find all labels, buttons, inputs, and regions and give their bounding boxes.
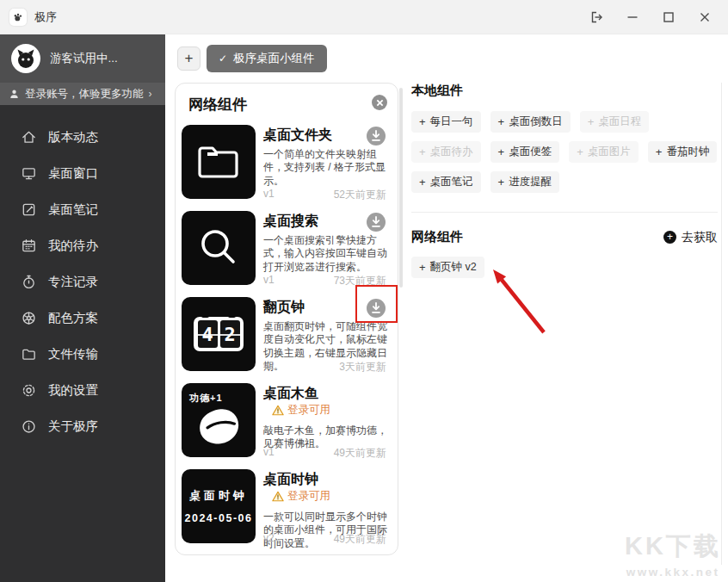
chip-daily-quote[interactable]: +每日一句 [411, 111, 481, 133]
widget-title: 翻页钟 [263, 300, 305, 314]
sidebar: 游客试用中... 登录账号，体验更多功能 › 版本动态 桌面窗口 桌面笔记 我的… [0, 34, 165, 582]
scrollbar-thumb[interactable] [399, 88, 403, 288]
site-watermark: KK下载 www.kkx.net [625, 529, 721, 579]
widget-version: v1 [263, 188, 275, 202]
network-widgets-title: 网络组件 [411, 229, 463, 245]
exit-icon[interactable] [578, 0, 614, 34]
search-widget-icon [182, 211, 256, 285]
folder-widget-icon [182, 125, 256, 199]
widget-card-flip-clock[interactable]: 4 2 翻页钟 桌面翻页时钟，可随组件宽度自动变化尺寸，鼠标左键切换主题，右键显… [182, 297, 389, 376]
widget-version: v1 [263, 446, 275, 461]
sidebar-item-desktop-window[interactable]: 桌面窗口 [0, 155, 165, 191]
folder-icon [21, 346, 37, 362]
chip-pomodoro-clock[interactable]: +番茄时钟 [648, 141, 718, 163]
widget-card-wooden-fish[interactable]: 功德+1 桌面木鱼 登录可用 敲电子木鱼，加赛博功德，见赛博佛祖。 v1 49天… [182, 383, 389, 462]
maximize-icon[interactable] [651, 0, 687, 34]
app-title: 极序 [34, 9, 57, 25]
plus-icon: + [419, 146, 426, 158]
plus-icon: + [419, 176, 426, 189]
widget-version: v1 [263, 274, 275, 288]
my-widgets-pane: 本地组件 +每日一句 +桌面倒数日 +桌面日程 +桌面待办 +桌面便签 +桌面图… [411, 83, 718, 278]
panel-close-icon[interactable] [372, 95, 387, 110]
sidebar-item-my-settings[interactable]: 我的设置 [0, 372, 165, 408]
sidebar-item-focus-records[interactable]: 专注记录 [0, 263, 165, 300]
get-more-button[interactable]: + 去获取 [663, 230, 718, 245]
sidebar-item-desktop-notes[interactable]: 桌面笔记 [0, 191, 165, 227]
widget-card-desktop-folder[interactable]: 桌面文件夹 一个简单的文件夹映射组件，支持列表 / 格子形式显示。 v1 52天… [182, 125, 389, 204]
add-tab-button[interactable]: + [177, 46, 201, 71]
sidebar-item-about[interactable]: 关于极序 [0, 408, 165, 444]
window-controls [578, 0, 723, 34]
plus-icon: + [419, 115, 426, 128]
widget-description: 一个桌面搜索引擎快捷方式，输入内容按回车键自动打开浏览器进行搜索。 [263, 234, 389, 274]
widget-updated: 49天前更新 [334, 446, 386, 461]
avatar [11, 44, 40, 73]
plus-icon: + [419, 261, 426, 274]
sidebar-item-label: 版本动态 [48, 129, 98, 146]
watermark-url: www.kkx.net [625, 566, 721, 579]
panel-title: 网络组件 [188, 96, 247, 113]
widget-version: v2 [263, 360, 275, 375]
local-widgets-title: 本地组件 [411, 83, 718, 99]
chip-desktop-todo[interactable]: +桌面待办 [411, 141, 481, 163]
download-icon[interactable] [366, 126, 386, 146]
app-logo-icon [9, 9, 27, 26]
tab-desktop-widgets[interactable]: ✓ 极序桌面小组件 [207, 45, 327, 72]
sidebar-item-label: 专注记录 [48, 274, 98, 290]
wooden-fish-widget-icon: 功德+1 [182, 383, 256, 457]
titlebar: 极序 [0, 0, 728, 34]
sidebar-item-color-schemes[interactable]: 配色方案 [0, 300, 165, 336]
widget-updated: 52天前更新 [334, 188, 386, 202]
plus-icon: + [498, 176, 505, 189]
warning-icon [272, 405, 284, 416]
sidebar-item-my-todos[interactable]: 我的待办 [0, 227, 165, 263]
widget-card-desktop-search[interactable]: 桌面搜索 一个桌面搜索引擎快捷方式，输入内容按回车键自动打开浏览器进行搜索。 v… [182, 211, 389, 290]
widget-title: 桌面文件夹 [263, 127, 332, 142]
sidebar-item-version-news[interactable]: 版本动态 [0, 119, 165, 155]
chip-progress-reminder[interactable]: +进度提醒 [490, 171, 560, 193]
sidebar-item-label: 桌面笔记 [48, 201, 98, 218]
clock-widget-icon: 桌面时钟 2024-05-06 [182, 469, 256, 543]
stopwatch-icon [21, 274, 37, 290]
login-prompt: 登录账号，体验更多功能 [25, 87, 144, 102]
widget-card-desktop-clock[interactable]: 桌面时钟 2024-05-06 桌面时钟 登录可用 一款可以同时显示多个时钟的桌… [182, 469, 389, 548]
plus-icon: + [498, 115, 505, 128]
widget-updated: 49天前更新 [334, 532, 386, 547]
network-widgets-panel: 网络组件 桌面文件夹 一个简单的文件夹映射组件，支持列表 / 格子形式显示。 [175, 83, 398, 555]
widget-updated: 3天前更新 [339, 360, 386, 375]
tab-label: 极序桌面小组件 [233, 51, 315, 66]
panel-header: 网络组件 [176, 84, 398, 120]
sidebar-item-label: 我的待办 [48, 238, 98, 254]
sidebar-item-file-transfer[interactable]: 文件传输 [0, 336, 165, 372]
plus-icon: + [588, 115, 595, 128]
sidebar-item-label: 文件传输 [48, 346, 98, 362]
login-banner[interactable]: 登录账号，体验更多功能 › [0, 83, 165, 105]
chip-countdown-day[interactable]: +桌面倒数日 [490, 111, 571, 133]
flip-clock-widget-icon: 4 2 [182, 297, 256, 371]
close-icon[interactable] [687, 0, 723, 34]
info-icon [21, 418, 37, 435]
app-window: 极序 游客试用中... 登录账号，体验更多功能 › [0, 0, 728, 582]
login-required-badge: 登录可用 [272, 489, 330, 504]
minimize-icon[interactable] [614, 0, 651, 34]
chip-desktop-schedule[interactable]: +桌面日程 [580, 111, 650, 133]
widget-version: v2 [263, 532, 275, 547]
plus-icon: + [498, 146, 505, 158]
sidebar-item-label: 桌面窗口 [48, 165, 98, 182]
chip-desktop-picture[interactable]: +桌面图片 [569, 141, 639, 163]
warning-icon [272, 491, 284, 502]
download-icon[interactable] [366, 298, 386, 319]
scrollbar-track[interactable] [721, 83, 722, 565]
user-name: 游客试用中... [50, 51, 118, 66]
check-icon: ✓ [219, 53, 227, 65]
watermark-logo: KK下载 [625, 529, 721, 564]
section-divider [411, 212, 718, 213]
widget-list: 桌面文件夹 一个简单的文件夹映射组件，支持列表 / 格子形式显示。 v1 52天… [176, 120, 398, 548]
chip-flip-clock-v2[interactable]: +翻页钟 v2 [411, 257, 484, 278]
user-profile[interactable]: 游客试用中... [0, 34, 165, 83]
download-icon[interactable] [366, 212, 386, 232]
plus-icon: + [656, 146, 663, 158]
chip-desktop-notes[interactable]: +桌面笔记 [411, 171, 481, 193]
network-widget-chips: +翻页钟 v2 [411, 257, 718, 278]
chip-sticky-note[interactable]: +桌面便签 [490, 141, 560, 163]
